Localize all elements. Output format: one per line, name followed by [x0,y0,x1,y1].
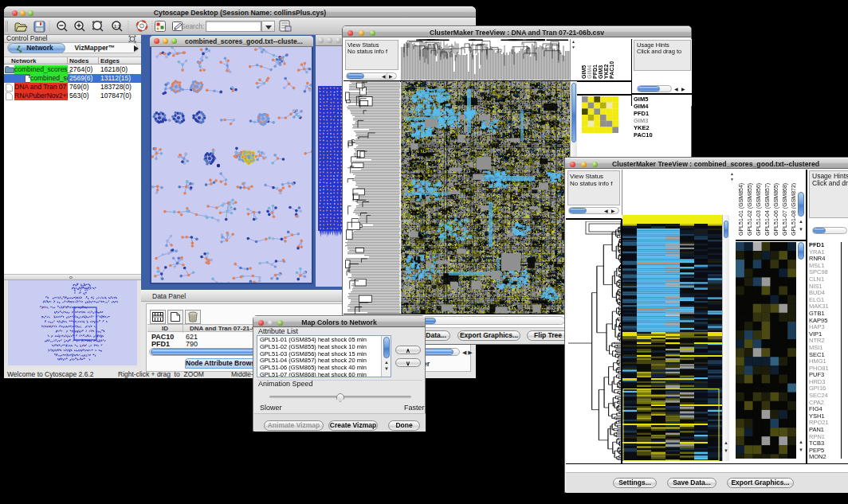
svg-text:GPL51-01 (GSM854): GPL51-01 (GSM854) [738,183,744,236]
svg-text:GPL51-03 (GSM856): GPL51-03 (GSM856) [756,183,762,236]
svg-text:GIM5: GIM5 [581,65,587,79]
svg-text:GPL51-06 (GSM865): GPL51-06 (GSM865) [773,183,779,236]
svg-text:PFD1: PFD1 [592,64,598,79]
svg-text:GPL51-02 (GSM855): GPL51-02 (GSM855) [747,183,753,236]
svg-text:GPL51-07 (GSM868): GPL51-07 (GSM868) [782,183,788,236]
svg-text:YKE2: YKE2 [603,64,609,79]
svg-text:PAC10: PAC10 [609,61,614,79]
svg-text:GIM4: GIM4 [587,65,592,79]
svg-text:1:1: 1:1 [114,24,120,29]
svg-text:GPL51-04 (GSM857): GPL51-04 (GSM857) [764,183,771,236]
svg-text:GIM3: GIM3 [598,65,603,79]
